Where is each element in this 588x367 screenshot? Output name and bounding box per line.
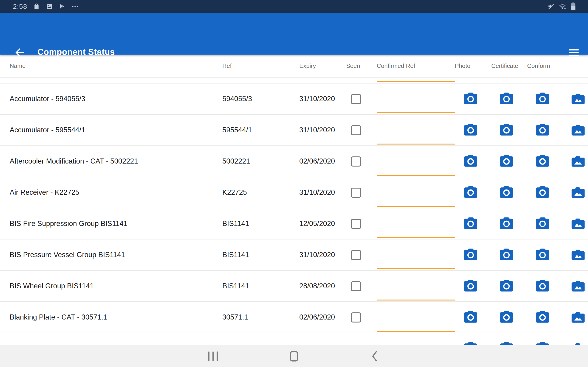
- bag-icon: [33, 3, 40, 10]
- confirmed-ref-input[interactable]: [377, 222, 455, 238]
- status-bar-right: [548, 2, 588, 10]
- confirmed-ref-input[interactable]: [377, 97, 455, 113]
- home-button[interactable]: [280, 345, 308, 367]
- confirmed-ref-input[interactable]: [377, 160, 455, 176]
- confirmed-ref-underline: [377, 81, 455, 82]
- gallery-image-icon[interactable]: [570, 123, 586, 138]
- certificate-camera-icon[interactable]: [499, 341, 514, 345]
- seen-checkbox[interactable]: [351, 219, 361, 229]
- certificate-camera-icon[interactable]: [499, 91, 514, 107]
- expiry-date: 02/06/2020: [299, 302, 335, 333]
- seen-checkbox[interactable]: [351, 156, 361, 167]
- certificate-camera-icon[interactable]: [499, 185, 514, 200]
- recents-icon: [208, 351, 218, 361]
- certificate-camera-icon[interactable]: [499, 247, 514, 263]
- gallery-icon: [46, 3, 53, 10]
- gallery-image-icon[interactable]: [570, 185, 586, 200]
- table-row: BIS Fire Suppression Group BIS1141 BIS11…: [0, 208, 588, 240]
- certificate-camera-icon[interactable]: [499, 310, 514, 325]
- photo-camera-icon[interactable]: [463, 123, 478, 138]
- seen-checkbox[interactable]: [351, 281, 361, 291]
- gallery-image-icon[interactable]: [570, 247, 586, 263]
- status-bar-left: 2:58: [0, 2, 79, 10]
- photo-camera-icon[interactable]: [463, 278, 478, 294]
- conform-camera-icon[interactable]: [535, 341, 550, 345]
- col-header-photo: Photo: [455, 55, 470, 77]
- component-ref: 595544/1: [222, 115, 252, 145]
- app-bar: Component Status: [0, 13, 588, 55]
- component-name: Blanking Plate - CAT - 30571.1: [10, 302, 107, 333]
- conform-camera-icon[interactable]: [535, 247, 550, 263]
- seen-checkbox[interactable]: [351, 312, 361, 323]
- confirmed-ref-input[interactable]: [377, 191, 455, 207]
- seen-checkbox[interactable]: [351, 250, 361, 260]
- photo-camera-icon[interactable]: [463, 216, 478, 232]
- conform-camera-icon[interactable]: [535, 123, 550, 138]
- gallery-image-icon[interactable]: [570, 341, 586, 345]
- conform-camera-icon[interactable]: [535, 154, 550, 169]
- confirmed-ref-input[interactable]: [377, 284, 455, 300]
- conform-camera-icon[interactable]: [535, 185, 550, 200]
- component-name: Aftercooler Modification - CAT - 5002221: [10, 146, 138, 177]
- photo-camera-icon[interactable]: [463, 185, 478, 200]
- clock: 2:58: [13, 2, 27, 10]
- recents-button[interactable]: [199, 345, 227, 367]
- component-name: Air Receiver - K22725: [10, 177, 79, 208]
- col-header-conform: Conform: [527, 55, 550, 77]
- col-header-expiry: Expiry: [299, 55, 316, 77]
- component-ref: BIS1141: [222, 271, 249, 301]
- seen-checkbox[interactable]: [351, 94, 361, 104]
- conform-camera-icon[interactable]: [535, 278, 550, 294]
- status-bar: 2:58: [0, 0, 588, 13]
- component-name: BIS Fire Suppression Group BIS1141: [10, 208, 128, 239]
- col-header-ref: Ref: [222, 55, 232, 77]
- table-row: Aftercooler Modification - CAT - 5002221…: [0, 146, 588, 177]
- wifi-icon: [559, 3, 567, 10]
- conform-camera-icon[interactable]: [535, 91, 550, 107]
- col-header-confirmed-ref: Confirmed Ref: [377, 55, 415, 77]
- confirmed-ref-input[interactable]: [377, 128, 455, 144]
- certificate-camera-icon[interactable]: [499, 216, 514, 232]
- gallery-image-icon[interactable]: [570, 154, 586, 169]
- component-ref: BIS1141: [222, 240, 249, 270]
- table-row: BIS Pressure Vessel Group BIS1141 BIS114…: [0, 240, 588, 271]
- expiry-date: 31/10/2020: [299, 177, 335, 208]
- gallery-image-icon[interactable]: [570, 216, 586, 232]
- photo-camera-icon[interactable]: [463, 310, 478, 325]
- mute-icon: [548, 3, 555, 10]
- nav-back-button[interactable]: [361, 345, 389, 367]
- seen-checkbox[interactable]: [351, 188, 361, 198]
- android-nav-bar: [0, 345, 588, 367]
- component-name: BIS Pressure Vessel Group BIS1141: [10, 240, 125, 270]
- component-ref: K22725: [222, 177, 247, 208]
- expiry-date: 31/10/2020: [299, 240, 335, 270]
- component-name: BIS Wheel Group BIS1141: [10, 271, 94, 301]
- col-header-certificate: Certificate: [491, 55, 518, 77]
- photo-camera-icon[interactable]: [463, 154, 478, 169]
- component-table-body: Accumulator - 594055/3 594055/3 31/10/20…: [0, 83, 588, 333]
- confirmed-ref-input[interactable]: [377, 253, 455, 269]
- certificate-camera-icon[interactable]: [499, 123, 514, 138]
- expiry-date: 31/10/2020: [299, 115, 335, 145]
- gallery-image-icon[interactable]: [570, 310, 586, 325]
- battery-icon: [571, 2, 576, 10]
- table-row: Air Receiver - K22725 K22725 31/10/2020: [0, 177, 588, 208]
- conform-camera-icon[interactable]: [535, 310, 550, 325]
- confirmed-ref-input[interactable]: [377, 316, 455, 332]
- photo-camera-icon[interactable]: [463, 247, 478, 263]
- photo-camera-icon[interactable]: [463, 91, 478, 107]
- table-row: Accumulator - 594055/3 594055/3 31/10/20…: [0, 83, 588, 115]
- gallery-image-icon[interactable]: [570, 91, 586, 107]
- component-ref: BIS1141: [222, 208, 249, 239]
- component-status-screen: 2:58: [0, 0, 588, 367]
- gallery-image-icon[interactable]: [570, 278, 586, 294]
- certificate-camera-icon[interactable]: [499, 154, 514, 169]
- photo-camera-icon[interactable]: [463, 341, 478, 345]
- expiry-date: 28/08/2020: [299, 271, 335, 301]
- expiry-date: 12/05/2020: [299, 208, 335, 239]
- seen-checkbox[interactable]: [351, 125, 361, 135]
- table-row: BIS Wheel Group BIS1141 BIS1141 28/08/20…: [0, 271, 588, 302]
- conform-camera-icon[interactable]: [535, 216, 550, 232]
- certificate-camera-icon[interactable]: [499, 278, 514, 294]
- component-ref: 594055/3: [222, 83, 252, 114]
